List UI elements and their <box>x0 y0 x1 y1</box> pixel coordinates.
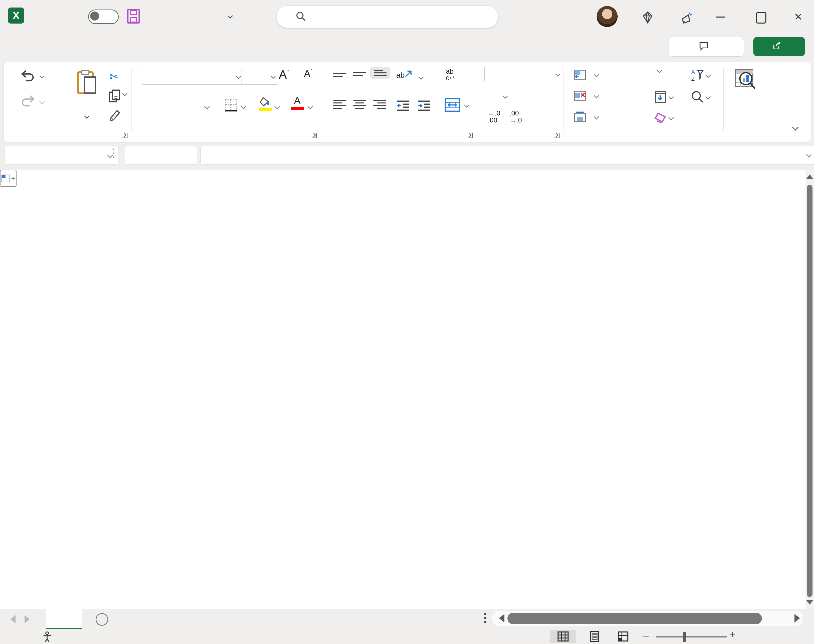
editing-group: AZ <box>638 62 724 142</box>
maximize-button[interactable] <box>756 12 766 23</box>
align-left-button[interactable] <box>333 100 346 109</box>
middle-align-button[interactable] <box>353 72 366 76</box>
font-size-select[interactable] <box>241 67 279 85</box>
insert-cells-button[interactable] <box>573 69 598 80</box>
horizontal-scrollbar[interactable] <box>492 611 803 626</box>
font-name-select[interactable] <box>141 67 245 85</box>
svg-text:A: A <box>691 69 695 75</box>
number-dialog-launcher-icon[interactable] <box>554 133 560 138</box>
decrease-indent-button[interactable] <box>396 100 410 112</box>
scroll-down-arrow-icon[interactable] <box>806 600 813 605</box>
scroll-left-arrow-icon[interactable] <box>499 614 504 623</box>
merge-center-button[interactable] <box>444 98 460 113</box>
delete-cells-button[interactable] <box>573 90 598 101</box>
increase-indent-button[interactable] <box>417 100 431 112</box>
font-color-button[interactable]: A <box>291 95 304 110</box>
increase-decimal-button[interactable]: ←.0.00 <box>488 110 500 124</box>
premium-diamond-icon[interactable] <box>641 11 654 25</box>
format-painter-icon[interactable] <box>109 109 122 123</box>
expand-formula-bar-chevron-icon[interactable] <box>806 152 811 157</box>
insert-chevron-icon <box>594 72 599 77</box>
cut-scissors-icon[interactable]: ✂ <box>109 70 119 83</box>
share-button[interactable] <box>753 37 805 56</box>
search-input[interactable] <box>276 6 498 28</box>
page-layout-view-button[interactable] <box>582 630 608 643</box>
insert-cells-icon <box>573 69 587 80</box>
clipboard-dialog-launcher-icon[interactable] <box>122 133 127 138</box>
tab-strip-resize-handle[interactable] <box>484 613 486 623</box>
merge-center-chevron-icon[interactable] <box>465 103 469 108</box>
previous-sheet-arrow-icon[interactable] <box>11 615 15 623</box>
wrap-text-button[interactable]: abc↵ <box>446 68 455 81</box>
increase-font-size-button[interactable]: Aˆ <box>279 67 289 81</box>
accounting-chevron-icon[interactable] <box>503 94 507 99</box>
vertical-scrollbar-thumb[interactable] <box>807 185 812 597</box>
align-right-button[interactable] <box>373 100 386 109</box>
format-cells-button[interactable] <box>573 111 598 122</box>
user-avatar[interactable] <box>596 6 618 27</box>
orientation-chevron-icon[interactable] <box>419 75 423 80</box>
borders-menu-chevron-icon[interactable] <box>242 105 245 109</box>
undo-group <box>11 62 55 142</box>
clear-button[interactable] <box>654 112 673 123</box>
zoom-out-button[interactable]: – <box>643 630 649 641</box>
zoom-in-button[interactable]: + <box>729 629 735 641</box>
analyze-data-label[interactable] <box>724 97 768 107</box>
autofill-options-button[interactable]: + <box>0 170 17 187</box>
excel-app-icon[interactable]: X <box>8 8 24 23</box>
find-select-button[interactable] <box>691 90 710 103</box>
fill-button[interactable] <box>654 90 673 103</box>
paste-button[interactable] <box>77 69 98 97</box>
scroll-right-arrow-icon[interactable] <box>794 614 800 623</box>
formula-bar-handle[interactable] <box>113 149 114 158</box>
whats-new-megaphone-icon[interactable] <box>679 11 693 26</box>
orientation-button[interactable]: ab <box>396 69 413 80</box>
normal-view-button[interactable] <box>550 630 576 643</box>
fill-color-chevron-icon[interactable] <box>275 105 279 109</box>
decrease-font-size-button[interactable]: Aˇ <box>304 67 313 80</box>
minimize-button[interactable] <box>716 17 725 18</box>
comments-button[interactable] <box>668 37 744 57</box>
font-color-chevron-icon[interactable] <box>308 105 312 109</box>
copy-icon[interactable] <box>109 89 121 104</box>
clear-chevron-icon <box>668 115 674 120</box>
next-sheet-arrow-icon[interactable] <box>25 615 29 623</box>
alignment-dialog-launcher-icon[interactable] <box>468 133 473 138</box>
underline-menu-chevron-icon[interactable] <box>205 105 209 109</box>
accessibility-icon[interactable] <box>42 631 52 644</box>
redo-button[interactable] <box>20 95 35 108</box>
page-break-preview-button[interactable] <box>610 630 636 643</box>
number-format-select[interactable] <box>484 66 564 82</box>
undo-menu-chevron-icon[interactable] <box>40 74 44 79</box>
formula-input[interactable] <box>200 146 814 164</box>
decrease-decimal-button[interactable]: .00→.0 <box>509 110 522 124</box>
zoom-slider-handle[interactable] <box>683 632 686 642</box>
undo-button[interactable] <box>20 70 35 83</box>
bottom-align-button[interactable] <box>370 67 390 79</box>
zoom-slider-track[interactable] <box>656 636 727 638</box>
save-icon[interactable] <box>127 9 140 25</box>
vertical-scrollbar[interactable] <box>805 170 814 609</box>
close-button[interactable]: × <box>794 9 802 24</box>
document-title-chevron-icon[interactable] <box>228 14 232 19</box>
align-center-button[interactable] <box>353 100 366 109</box>
fill-color-button[interactable] <box>259 97 272 111</box>
autosum-button[interactable] <box>655 69 661 72</box>
top-align-button[interactable] <box>333 73 346 77</box>
redo-menu-chevron-icon[interactable] <box>40 100 44 104</box>
scroll-up-arrow-icon[interactable] <box>806 174 813 179</box>
sheet-tab-sheet1[interactable] <box>46 609 82 629</box>
name-box[interactable] <box>5 146 119 164</box>
borders-icon[interactable] <box>224 98 238 113</box>
new-sheet-button[interactable] <box>96 613 108 626</box>
sort-filter-button[interactable]: AZ <box>691 69 710 82</box>
paste-menu-chevron-icon[interactable] <box>85 114 89 119</box>
horizontal-scrollbar-thumb[interactable] <box>507 613 762 624</box>
copy-menu-chevron-icon[interactable] <box>123 92 127 97</box>
collapse-ribbon-chevron-icon[interactable] <box>793 125 798 131</box>
analyze-data-button[interactable] <box>735 69 756 91</box>
font-group: Aˆ Aˇ A <box>132 62 321 142</box>
comment-bubble-icon <box>699 41 709 53</box>
font-dialog-launcher-icon[interactable] <box>312 133 317 138</box>
autosave-toggle[interactable] <box>88 9 119 24</box>
